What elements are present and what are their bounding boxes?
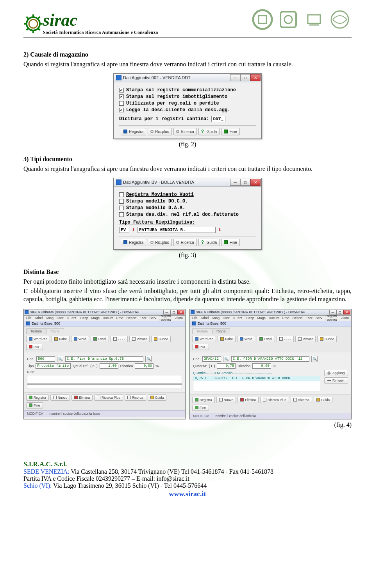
section2-text: Quando si registra l'anagrafica si apre … <box>23 60 352 69</box>
detail-row[interactable]: 0,75 L. 3FAD/12 C.E. FIOR D'ARANCIO ATTO… <box>193 376 320 381</box>
chk-stampa-daa[interactable] <box>119 206 124 210</box>
ricplus-button[interactable]: Ricerca Plus <box>260 397 289 403</box>
cod-input[interactable]: 3FAD/12 <box>202 356 221 362</box>
guida-button[interactable]: Guida <box>314 397 333 403</box>
guida-button[interactable]: ?Guida <box>198 128 220 135</box>
app-icon <box>25 310 29 314</box>
lookup-icon[interactable]: 🔍 <box>311 356 318 362</box>
fine-button[interactable]: Fine <box>221 239 239 246</box>
tipofatt-code-input[interactable]: FV <box>119 227 129 233</box>
registra-button[interactable]: Registra <box>121 239 146 246</box>
chk-stampa-doco[interactable] <box>119 199 124 204</box>
guida-button[interactable]: ?Guida <box>198 239 220 246</box>
app-distinta-base-right: SIGLA Ultimate (00000 CANTINA PETTENO' A… <box>189 309 352 419</box>
ricplus-button[interactable]: Ric.plus <box>148 239 172 246</box>
guida-button[interactable]: Guida <box>148 394 167 401</box>
btn-dash[interactable]: - - - - <box>111 336 128 342</box>
maximize-button[interactable]: □ <box>240 179 250 186</box>
fine-button[interactable]: Fine <box>192 405 209 411</box>
page-footer: S.I.R.A.C. S.r.l. SEDE VENEZIA: Via Cast… <box>23 460 352 498</box>
figure3-label: (fig. 3) <box>23 251 352 259</box>
ricarico-input[interactable]: 0,00 <box>135 363 154 369</box>
btn-viewer[interactable]: Viewer <box>295 336 316 342</box>
btn-paint[interactable]: Paint <box>218 336 235 342</box>
ricerca-button[interactable]: Ricerca <box>173 128 197 135</box>
btn-dash[interactable]: - - - - <box>277 336 294 342</box>
registra-button[interactable]: Registra <box>26 394 49 401</box>
minimize-button[interactable]: ─ <box>230 74 240 81</box>
btn-paint[interactable]: Paint <box>52 336 69 342</box>
ricplus-button[interactable]: Ricerca Plus <box>94 394 123 401</box>
dicitura-label: Dicitura per i registri cantina: <box>119 116 209 122</box>
close-button[interactable]: ✕ <box>343 310 350 314</box>
dialog-dati-aggiuntivi-002: Dati Aggiuntivi 002 - VENDITA DDT ─ □ ✕ … <box>113 73 262 139</box>
lookup-icon[interactable]: 🔍 <box>145 356 152 362</box>
btn-suono[interactable]: Suono <box>317 336 337 342</box>
chk-legge-desc-cliente[interactable] <box>119 108 124 112</box>
brand-tagline: Società Informatica Ricerca Automazione … <box>43 30 158 36</box>
ricarico-input[interactable]: 0,00 <box>252 363 271 369</box>
tab-righe[interactable]: Righe <box>212 328 230 334</box>
cod-desc-input[interactable]: C.E. Fior D'arancio Sp.0,75 <box>65 356 143 362</box>
fine-button[interactable]: Fine <box>26 402 43 409</box>
btn-word[interactable]: Word <box>71 336 89 342</box>
lookup-icon[interactable]: 🔍 <box>57 356 63 362</box>
dicitura-input[interactable]: DDT_ <box>211 116 225 122</box>
elimina-button[interactable]: Elimina <box>238 397 259 403</box>
btn-viewer[interactable]: Viewer <box>129 336 150 342</box>
chk-registra-vuoti[interactable] <box>119 192 124 197</box>
minimize-button[interactable]: ─ <box>230 179 240 186</box>
cod-desc-input[interactable]: C.E. FIOR D'ARANCIO ATTO DOCG '12 <box>231 356 309 362</box>
app1-menubar[interactable]: FileTabelAnagContC.Terz.CespMagaDocumPro… <box>24 316 185 321</box>
btn-excel[interactable]: Excel <box>91 336 109 342</box>
btn-wordpad[interactable]: WordPad <box>192 336 216 342</box>
chk-stampa-desdiv[interactable] <box>119 212 124 217</box>
note-textarea-2[interactable] <box>27 384 182 389</box>
cod-input[interactable]: 500 <box>36 356 55 362</box>
detail-header: Quantita'------ U.M. Articolo----- -----… <box>193 371 320 375</box>
nuovo-button[interactable]: Nuovo <box>50 394 70 401</box>
app2-statusbar: MODIFICA Inserire il codice dell'articol… <box>190 413 351 419</box>
btn-suono[interactable]: Suono <box>151 336 171 342</box>
header-decor-icons <box>251 8 352 31</box>
fine-button[interactable]: Fine <box>221 128 239 135</box>
dialog2-title: Dati Aggiuntivi BV - BOLLA VENDITA <box>123 180 194 185</box>
tipo-input[interactable]: Prodotto finito <box>36 363 71 369</box>
ricerca-button[interactable]: Ricerca <box>173 239 197 246</box>
chk-reg-cali-perdite[interactable] <box>119 101 124 106</box>
distinta-p1: Per ogni prodotto finito imbottigliato s… <box>23 278 352 286</box>
dialog2-titlebar[interactable]: Dati Aggiuntivi BV - BOLLA VENDITA ─ □ ✕ <box>114 178 261 187</box>
chk-stampa-commercializzazione[interactable] <box>119 88 124 92</box>
qnt-input[interactable]: 1,00 <box>100 363 118 369</box>
nuovo-button[interactable]: Nuovo <box>216 397 236 403</box>
maximize-button[interactable]: □ <box>240 74 250 81</box>
footer-website: www.sirac.it <box>23 490 352 498</box>
tab-testata[interactable]: Testata <box>26 328 46 334</box>
qta-input[interactable]: 0,75 <box>217 363 236 369</box>
aggiungi-button[interactable]: ➕Aggiungi <box>324 370 348 376</box>
btn-wordpad[interactable]: WordPad <box>26 336 50 342</box>
btn-excel[interactable]: Excel <box>257 336 275 342</box>
ricerca-button[interactable]: Ricerca <box>125 394 146 401</box>
ricerca-button[interactable]: Ricerca <box>291 397 312 403</box>
btn-pdf[interactable]: PDF <box>192 344 209 350</box>
close-button[interactable]: ✕ <box>250 179 261 186</box>
app2-menubar[interactable]: FileTabelAnagContC.Terz.CespMagaDocumPro… <box>190 316 351 321</box>
chk-stampa-imbottigliamento[interactable] <box>119 94 124 99</box>
dialog1-titlebar[interactable]: Dati Aggiuntivi 002 - VENDITA DDT ─ □ ✕ <box>114 74 261 82</box>
note-textarea[interactable] <box>27 375 182 384</box>
tab-testata[interactable]: Testata <box>192 328 212 334</box>
elimina-button[interactable]: Elimina <box>71 394 93 401</box>
tipofatt-desc-input[interactable]: FATTURA VENDITA R. <box>138 227 216 233</box>
ricplus-button[interactable]: Ric.plus <box>148 128 172 135</box>
registra-button[interactable]: Registra <box>121 128 146 135</box>
btn-pdf[interactable]: PDF <box>26 344 43 350</box>
lookup-icon[interactable]: 🔍 <box>223 356 229 362</box>
registra-button[interactable]: Registra <box>192 397 215 403</box>
tab-righe[interactable]: Righe <box>46 328 64 334</box>
btn-word[interactable]: Word <box>237 336 255 342</box>
rimuovi-button[interactable]: ➖Rimuovi <box>324 377 348 384</box>
svg-point-10 <box>253 10 272 29</box>
close-button[interactable]: ✕ <box>250 74 261 81</box>
close-button[interactable]: ✕ <box>177 310 184 314</box>
